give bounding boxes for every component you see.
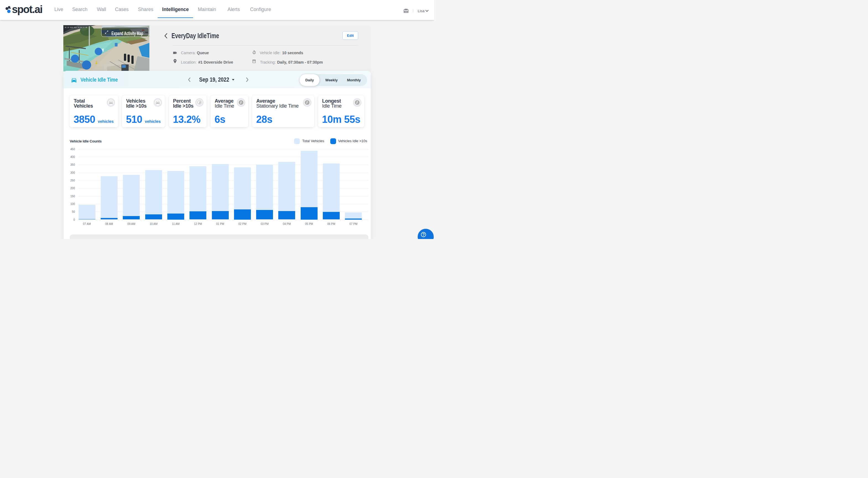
svg-text:09 19 2022 Mon 11:08:11 AM: 09 19 2022 Mon 11:08:11 AM [65, 27, 87, 29]
